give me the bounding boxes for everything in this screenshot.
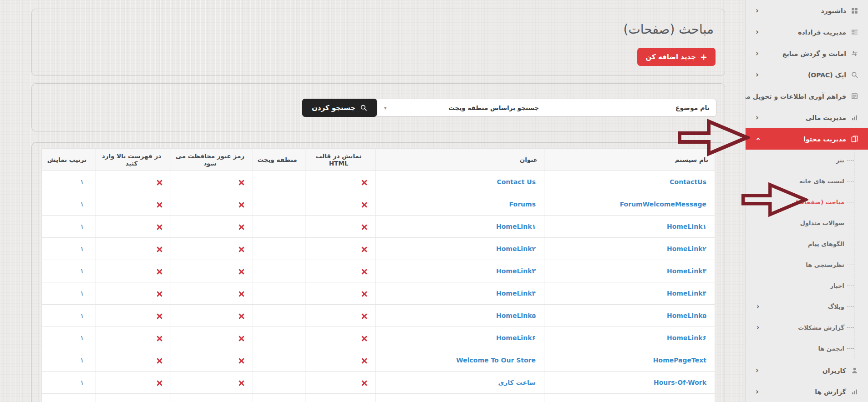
- sidebar: داشبورد‹مدیریت فراداده‹امانت و گردش مناب…: [745, 0, 868, 402]
- system-name-link[interactable]: HomeLink۳: [667, 267, 706, 275]
- sidebar-item-metadata-management[interactable]: مدیریت فراداده‹: [746, 21, 868, 43]
- x-mark-icon: [239, 267, 244, 275]
- table-cell: [376, 394, 544, 402]
- table-cell: HomeLink۶: [376, 327, 544, 349]
- sidebar-item-financial-management[interactable]: مدیریت مالی‹: [746, 107, 868, 128]
- x-mark-icon: [157, 201, 162, 208]
- submenu-item-problem-reports[interactable]: گزارش مشکلات‹: [746, 317, 854, 338]
- submenu-item-topics-pages[interactable]: مباحث (صفحات): [746, 191, 854, 212]
- table-cell: ساعت کاری: [376, 372, 544, 394]
- system-name-link[interactable]: HomeLink۴: [667, 290, 706, 297]
- x-mark-icon: [361, 245, 367, 252]
- transfer-arrows-icon: [850, 49, 859, 58]
- sidebar-item-label: مدیریت محتوا: [803, 136, 846, 143]
- search-button-label: جستجو کردن: [312, 104, 355, 112]
- table-row: HomeLink۳HomeLink۳۱: [42, 260, 715, 282]
- sidebar-item-opac[interactable]: اپک (OPAC)‹: [746, 64, 868, 85]
- widget-zone-cell: [253, 260, 305, 282]
- system-name-link[interactable]: HomeLink۶: [667, 334, 706, 342]
- table-cell: [96, 193, 171, 216]
- topic-name-input[interactable]: [546, 99, 716, 117]
- chevron-left-icon: ‹: [756, 28, 761, 36]
- reports-chart-icon: [850, 387, 859, 396]
- title-link[interactable]: Forums: [509, 201, 536, 208]
- sidebar-item-reports[interactable]: گزارش ها‹: [746, 381, 868, 402]
- submenu-item-forums[interactable]: انجمن ها: [746, 338, 854, 359]
- table-row: HomeLink۵HomeLink۵۱: [42, 305, 715, 327]
- metadata-icon: [850, 28, 859, 36]
- submenu-item-message-templates[interactable]: الگوهای پیام: [746, 233, 854, 254]
- submenu-item-faq[interactable]: سوالات متداول: [746, 212, 854, 233]
- table-cell: HomeLink۳: [376, 260, 544, 282]
- table-row: [42, 394, 715, 402]
- x-mark-icon: [157, 290, 162, 297]
- system-name-link[interactable]: ContactUs: [670, 178, 706, 186]
- system-name-link[interactable]: HomeLink۱: [667, 223, 706, 230]
- sidebar-item-label: کاربران: [822, 367, 846, 374]
- title-link[interactable]: Contact Us: [497, 178, 536, 186]
- title-link[interactable]: HomeLink۲: [496, 245, 536, 252]
- x-mark-icon: [157, 312, 162, 319]
- x-mark-icon: [157, 267, 162, 275]
- table-cell: [171, 305, 253, 327]
- title-link[interactable]: HomeLink۶: [496, 334, 536, 342]
- table-cell: [253, 394, 305, 402]
- sidebar-submenu: بنرلیست های خانهمباحث (صفحات)سوالات متدا…: [746, 150, 854, 359]
- sidebar-item-label: مدیریت فراداده: [798, 29, 846, 36]
- system-name-link[interactable]: HomeLink۵: [667, 312, 706, 319]
- sidebar-item-label: مدیریت مالی: [806, 114, 846, 121]
- title-link[interactable]: HomeLink۱: [496, 223, 536, 230]
- widget-zone-cell: [253, 282, 305, 305]
- display-order-cell: ۱: [42, 193, 96, 216]
- system-name-link[interactable]: HomeLink۲: [667, 245, 706, 252]
- user-icon: [850, 366, 859, 375]
- system-name-link[interactable]: HomePageText: [653, 357, 706, 364]
- tree-dash: [847, 286, 854, 286]
- x-mark-icon: [239, 223, 244, 230]
- chevron-left-icon: ‹: [756, 71, 761, 79]
- sidebar-item-content-management[interactable]: مدیریت محتوا‹: [746, 128, 868, 150]
- table-cell: ForumWelcomeMessage: [544, 193, 715, 216]
- add-new-button-label: جدید اضافه کن: [645, 53, 696, 61]
- chevron-left-icon: ‹: [756, 7, 761, 15]
- table-cell: HomeLink۴: [376, 282, 544, 305]
- table-row: ContactUsContact Us۱: [42, 171, 715, 193]
- table-cell: [96, 394, 171, 402]
- add-new-button[interactable]: + جدید اضافه کن: [637, 48, 716, 66]
- submenu-item-home-lists[interactable]: لیست های خانه: [746, 171, 854, 191]
- search-panel: جستجو براساس منطقه ویجت ▾ جستجو کردن: [31, 83, 725, 131]
- sidebar-item-document-delivery[interactable]: فراهم آوری اطلاعات و تحویل مدرک‹: [746, 85, 868, 107]
- title-link[interactable]: HomeLink۳: [496, 267, 536, 275]
- sidebar-item-label: اپک (OPAC): [808, 71, 846, 79]
- submenu-item-polls[interactable]: نظرسنجی ها: [746, 254, 854, 275]
- table-row: HomePageTextWelcome To Our Store۱: [42, 349, 715, 372]
- title-link[interactable]: HomeLink۵: [496, 312, 536, 319]
- widget-zone-select[interactable]: جستجو براساس منطقه ویجت ▾: [377, 99, 546, 117]
- title-link[interactable]: Welcome To Our Store: [456, 357, 536, 364]
- x-mark-icon: [157, 178, 162, 186]
- table-cell: ContactUs: [544, 171, 715, 193]
- system-name-link[interactable]: ForumWelcomeMessage: [620, 201, 706, 208]
- table-cell: [96, 171, 171, 193]
- search-button[interactable]: جستجو کردن: [302, 99, 377, 117]
- sidebar-item-users[interactable]: کاربران‹: [746, 360, 868, 381]
- column-header: رمز عبور محافظت می شود: [171, 149, 253, 171]
- x-mark-icon: [361, 201, 367, 208]
- table-cell: [42, 394, 96, 402]
- sidebar-item-label: داشبورد: [821, 7, 847, 15]
- system-name-link[interactable]: Hours-Of-Work: [654, 379, 706, 386]
- chevron-down-icon: ▾: [384, 106, 386, 111]
- x-mark-icon: [239, 290, 244, 297]
- title-link[interactable]: HomeLink۴: [496, 290, 536, 297]
- sidebar-item-dashboard[interactable]: داشبورد‹: [746, 0, 868, 21]
- sidebar-item-circulation[interactable]: امانت و گردش منابع‹: [746, 43, 868, 64]
- sidebar-item-label: گزارش ها: [815, 388, 846, 396]
- column-header: نمایش در قالب HTML: [305, 149, 376, 171]
- table-cell: HomeLink۶: [544, 327, 715, 349]
- submenu-item-news[interactable]: اخبار: [746, 275, 854, 296]
- submenu-item-banner[interactable]: بنر: [746, 150, 854, 171]
- title-link[interactable]: ساعت کاری: [498, 379, 536, 386]
- table-cell: [96, 305, 171, 327]
- x-mark-icon: [239, 245, 244, 252]
- submenu-item-blog[interactable]: وبلاگ‹: [746, 296, 854, 317]
